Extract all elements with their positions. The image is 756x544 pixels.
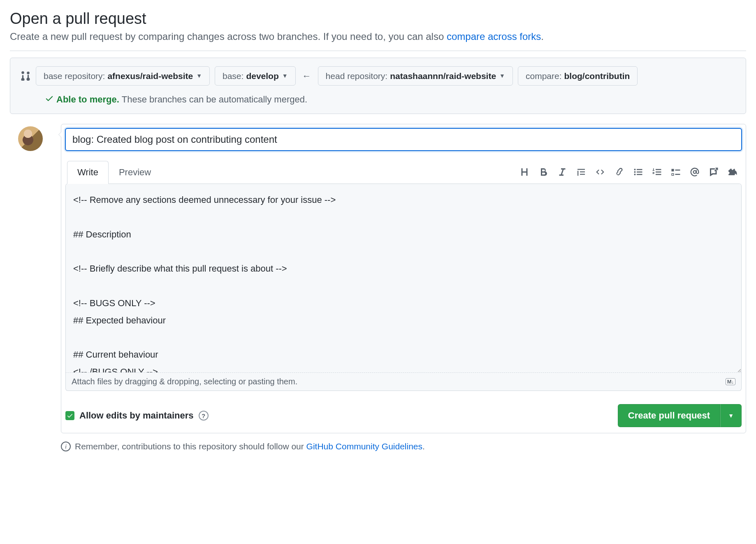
mention-icon[interactable] (689, 166, 700, 178)
bold-icon[interactable] (538, 166, 549, 178)
compare-box: base repository: afnexus/raid-website ▼ … (10, 58, 746, 114)
svg-point-1 (634, 171, 636, 173)
create-pull-request-dropdown[interactable]: ▼ (720, 404, 742, 427)
info-icon: i (61, 442, 71, 451)
page-subtitle: Create a new pull request by comparing c… (10, 31, 746, 42)
community-guidelines-link[interactable]: GitHub Community Guidelines (306, 442, 422, 451)
page-subtitle-suffix: . (541, 31, 544, 42)
unordered-list-icon[interactable] (632, 166, 644, 178)
caret-down-icon: ▼ (282, 72, 288, 79)
markdown-toolbar (519, 166, 742, 178)
reply-icon[interactable] (727, 166, 738, 178)
comment-box: Write Preview (61, 124, 746, 433)
svg-point-2 (634, 174, 636, 175)
allow-edits-label: Allow edits by maintainers (79, 410, 194, 421)
italic-icon[interactable] (557, 166, 568, 178)
allow-edits-checkbox[interactable]: Allow edits by maintainers ? (65, 410, 209, 421)
guidelines-note: i Remember, contributions to this reposi… (61, 442, 746, 451)
ordered-list-icon[interactable] (651, 166, 663, 178)
attach-hint-text: Attach files by dragging & dropping, sel… (72, 377, 297, 386)
merge-status-strong: Able to merge. (56, 94, 119, 105)
attach-hint[interactable]: Attach files by dragging & dropping, sel… (65, 373, 742, 391)
checkbox-checked-icon (65, 411, 74, 420)
page-title: Open a pull request (10, 10, 746, 28)
base-repo-label: base repository: (44, 71, 105, 81)
heading-icon[interactable] (519, 166, 530, 178)
svg-point-0 (634, 169, 636, 170)
head-repo-label: head repository: (326, 71, 388, 81)
base-repo-value: afnexus/raid-website (107, 71, 193, 81)
base-branch-selector[interactable]: base: develop ▼ (215, 66, 296, 86)
pr-title-input[interactable] (65, 128, 742, 151)
check-icon (45, 94, 54, 105)
avatar[interactable] (18, 126, 43, 151)
cross-reference-icon[interactable] (708, 166, 719, 178)
compare-branch-label: compare: (526, 71, 562, 81)
arrow-left-icon: ← (301, 71, 313, 81)
merge-status: Able to merge. These branches can be aut… (45, 94, 736, 105)
base-branch-value: develop (246, 71, 278, 81)
compare-branch-value: blog/contributin (564, 71, 630, 81)
guidelines-prefix: Remember, contributions to this reposito… (75, 442, 306, 451)
caret-down-icon: ▼ (728, 412, 734, 419)
page-header: Open a pull request Create a new pull re… (10, 10, 746, 51)
quote-icon[interactable] (575, 166, 587, 178)
page-subtitle-prefix: Create a new pull request by comparing c… (10, 31, 447, 42)
compare-branch-selector[interactable]: compare: blog/contributin (518, 66, 638, 86)
help-icon[interactable]: ? (199, 411, 209, 421)
tab-write[interactable]: Write (67, 161, 109, 184)
base-repo-selector[interactable]: base repository: afnexus/raid-website ▼ (36, 66, 210, 86)
link-icon[interactable] (613, 166, 625, 178)
head-repo-selector[interactable]: head repository: natashaannn/raid-websit… (318, 66, 513, 86)
base-branch-label: base: (223, 71, 243, 81)
git-compare-icon (20, 70, 31, 82)
code-icon[interactable] (594, 166, 606, 178)
guidelines-suffix: . (422, 442, 425, 451)
tab-preview[interactable]: Preview (109, 161, 161, 184)
caret-down-icon: ▼ (499, 72, 505, 79)
markdown-badge-icon[interactable]: M↓ (726, 378, 735, 385)
pr-body-textarea[interactable] (65, 184, 742, 373)
create-pull-request-button[interactable]: Create pull request (618, 404, 720, 427)
merge-status-rest: These branches can be automatically merg… (122, 94, 307, 105)
task-list-icon[interactable] (670, 166, 682, 178)
compare-forks-link[interactable]: compare across forks (447, 31, 541, 42)
tabs: Write Preview (67, 160, 161, 184)
head-repo-value: natashaannn/raid-website (390, 71, 496, 81)
caret-down-icon: ▼ (196, 72, 202, 79)
